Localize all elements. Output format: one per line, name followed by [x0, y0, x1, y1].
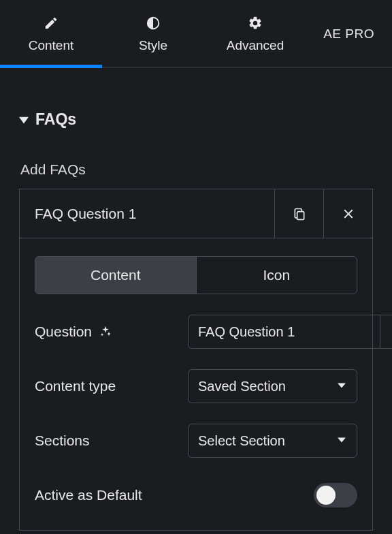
tab-advanced-label: Advanced — [227, 38, 284, 53]
content-type-value: Saved Section — [198, 379, 286, 394]
svg-rect-0 — [297, 211, 304, 219]
brand-label: AE PRO — [323, 27, 392, 42]
pencil-icon — [43, 15, 59, 31]
content-type-select[interactable]: Saved Section — [188, 369, 357, 403]
toggle-knob — [316, 486, 336, 505]
active-default-toggle[interactable] — [314, 483, 357, 507]
gear-icon — [247, 15, 263, 31]
inner-tab-content-label: Content — [91, 267, 141, 283]
tab-content[interactable]: Content — [0, 0, 102, 67]
section-title: FAQs — [35, 110, 76, 129]
caret-down-icon — [338, 381, 347, 391]
sparkle-icon — [99, 325, 112, 339]
row-sections: Sections Select Section — [35, 424, 357, 458]
add-faqs-label: Add FAQs — [20, 161, 373, 178]
inner-tab-icon-label: Icon — [263, 267, 290, 283]
active-default-label: Active as Default — [35, 487, 314, 503]
content-type-label: Content type — [35, 378, 188, 394]
inner-tab-icon[interactable]: Icon — [196, 257, 357, 294]
inner-tabs: Content Icon — [35, 256, 357, 294]
tab-content-label: Content — [29, 38, 74, 53]
caret-down-icon — [19, 115, 29, 125]
row-question: Question — [35, 315, 357, 349]
dynamic-tags-button[interactable] — [380, 315, 392, 349]
copy-icon — [293, 206, 306, 221]
row-active-default: Active as Default — [35, 478, 357, 512]
tab-advanced[interactable]: Advanced — [204, 0, 306, 67]
repeater-item-body: Content Icon Question — [20, 238, 372, 530]
repeater-item-header[interactable]: FAQ Question 1 — [20, 189, 372, 238]
caret-down-icon — [338, 436, 347, 445]
remove-button[interactable] — [323, 189, 372, 238]
repeater-item-title: FAQ Question 1 — [20, 189, 274, 238]
sections-value: Select Section — [198, 433, 285, 449]
section-header-faqs[interactable]: FAQs — [19, 91, 373, 142]
inner-tab-content[interactable]: Content — [35, 257, 196, 294]
tab-style[interactable]: Style — [102, 0, 204, 67]
duplicate-button[interactable] — [274, 189, 323, 238]
sections-label: Sections — [35, 433, 188, 449]
faq-repeater: FAQ Question 1 Content Icon — [19, 189, 373, 531]
row-content-type: Content type Saved Section — [35, 369, 357, 403]
question-control — [188, 315, 392, 349]
sections-select[interactable]: Select Section — [188, 424, 357, 458]
question-input[interactable] — [188, 315, 380, 349]
main-tabs: Content Style Advanced AE PRO — [0, 0, 392, 68]
close-icon — [342, 208, 355, 220]
question-label-text: Question — [35, 324, 92, 340]
tab-style-label: Style — [139, 38, 167, 53]
question-label: Question — [35, 324, 188, 340]
panel-content: FAQs Add FAQs FAQ Question 1 Content — [0, 68, 392, 531]
contrast-icon — [145, 15, 161, 31]
